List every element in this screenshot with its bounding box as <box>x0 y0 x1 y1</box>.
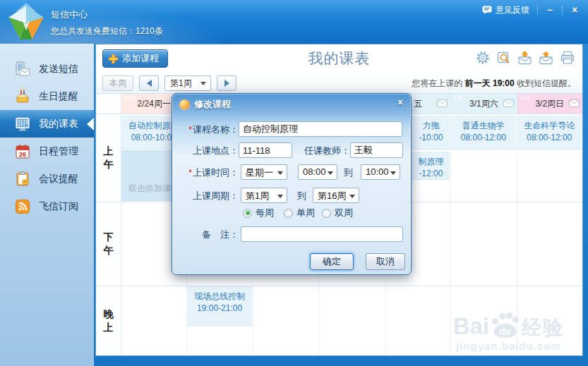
birthday-icon <box>14 88 31 105</box>
envelope-icon[interactable] <box>503 99 514 107</box>
minimize-button[interactable]: – <box>539 4 560 16</box>
period-label-afternoon: 下午 <box>96 202 121 286</box>
remark-label: 备 注： <box>175 228 239 241</box>
corner-cell <box>96 94 121 114</box>
radio-icon <box>322 209 331 218</box>
sidebar-item-label: 日程管理 <box>39 145 78 158</box>
week-select[interactable]: 第1周 <box>164 75 211 91</box>
export-icon[interactable] <box>539 51 553 65</box>
baidu-jingyan-watermark: Bai du 经验 jingyan.baidu.com <box>453 312 564 352</box>
week-nav: 本周 第1周 您将在上课的 前一天 19:00 收到短信提醒。 <box>96 73 582 94</box>
start-week-select[interactable]: 第1周 <box>241 188 287 203</box>
sms-icon <box>14 61 31 78</box>
dialog-title: 修改课程 <box>179 98 231 111</box>
balloon-icon <box>179 99 190 110</box>
paw-icon: du <box>491 312 520 338</box>
cell-wed-eve[interactable] <box>253 286 319 355</box>
rss-icon <box>14 198 31 215</box>
sidebar-item-label: 我的课表 <box>39 118 78 130</box>
badge-26: 26 <box>19 150 26 157</box>
to-label: 到 <box>297 190 306 202</box>
cell-sun-am[interactable]: 生命科学导论 08:00-12:00 <box>517 114 582 202</box>
sidebar: 发送短信 生日提醒 <box>0 44 94 366</box>
envelope-icon[interactable] <box>437 99 448 107</box>
envelope-icon[interactable] <box>569 99 580 107</box>
app-window: 短信中心 您总共发送免费短信：1210条 意见反馈 – × <box>0 0 588 366</box>
sidebar-item-label: 会议提醒 <box>39 173 78 185</box>
cell-sun-pm[interactable] <box>517 202 582 286</box>
cancel-button[interactable]: 取消 <box>366 253 405 270</box>
this-week-button[interactable]: 本周 <box>102 75 133 91</box>
cell-thu-eve[interactable] <box>319 286 385 355</box>
edit-course-dialog: 修改课程 × *课程名称： 上课地点： 任课教师： *上课时间： 星期一 08:… <box>172 93 412 275</box>
divider <box>537 5 538 15</box>
add-course-button[interactable]: 添加课程 <box>102 49 168 68</box>
teacher-input[interactable] <box>350 142 403 158</box>
titlebar: 短信中心 您总共发送免费短信：1210条 意见反馈 – × <box>0 0 588 44</box>
sidebar-item-send-sms[interactable]: 发送短信 <box>0 55 94 83</box>
calendar-icon: 26 <box>14 143 31 160</box>
chevron-right-icon <box>224 80 229 87</box>
course-name-input[interactable] <box>239 121 402 137</box>
location-label: 上课地点： <box>175 145 239 157</box>
cell-sat-pm[interactable] <box>451 202 517 286</box>
cell-sat-am[interactable]: 普通生物学 08:00-12:00 <box>451 114 517 202</box>
divider <box>562 5 563 15</box>
feedback-label: 意见反馈 <box>496 4 529 16</box>
prev-week-button[interactable] <box>139 75 159 91</box>
end-time-select[interactable]: 10:00 <box>361 164 400 180</box>
chevron-left-icon <box>147 80 152 87</box>
cell-mon-eve[interactable] <box>121 286 187 355</box>
preview-icon[interactable] <box>497 51 511 65</box>
day-header-sun: Sun 3/2周日 <box>517 94 582 114</box>
course-block[interactable]: 普通生物学 08:00-12:00 <box>451 116 515 150</box>
settings-icon[interactable] <box>475 51 491 65</box>
feedback-button[interactable]: 意见反馈 <box>476 4 536 16</box>
period-label-evening: 晚上 <box>96 286 121 355</box>
sidebar-item-label: 生日提醒 <box>39 90 78 103</box>
sidebar-item-label: 飞信订阅 <box>39 200 78 213</box>
sms-count-text: 您总共发送免费短信：1210条 <box>51 25 163 37</box>
location-input[interactable] <box>239 142 292 158</box>
period-label: 上课周期： <box>175 190 239 202</box>
weekday-select[interactable]: 星期一 <box>241 164 287 180</box>
reminder-text: 您将在上课的 前一天 19:00 收到短信提醒。 <box>412 78 576 90</box>
day-header-sat: Sat 3/1周六 <box>451 94 517 114</box>
cell-fri-eve[interactable] <box>385 286 451 355</box>
sidebar-item-meeting[interactable]: 会议提醒 <box>0 165 94 193</box>
cell-tue-eve[interactable]: 现场总线控制 19:00-21:00 <box>187 286 253 355</box>
remark-input[interactable] <box>241 226 403 242</box>
period-label-morning: 上午 <box>96 114 121 202</box>
sidebar-item-label: 发送短信 <box>39 63 78 75</box>
radio-odd-week[interactable]: 单周 <box>284 207 315 219</box>
radio-every-week[interactable]: 每周 <box>243 207 274 219</box>
import-icon[interactable] <box>517 51 532 65</box>
radio-even-week[interactable]: 双周 <box>322 207 353 219</box>
course-block[interactable]: 生命科学导论 08:00-12:00 <box>517 116 582 150</box>
sidebar-item-agenda[interactable]: 26 日程管理 <box>0 138 94 165</box>
class-time-label: *上课时间： <box>175 166 239 179</box>
teacher-label: 任课教师： <box>296 145 350 157</box>
course-block[interactable]: 现场总线控制 19:00-21:00 <box>187 286 251 326</box>
sidebar-item-subscribe[interactable]: 飞信订阅 <box>0 193 94 220</box>
speech-bubble-icon <box>482 6 492 15</box>
add-course-label: 添加课程 <box>122 52 159 65</box>
ok-button[interactable]: 确定 <box>310 253 354 270</box>
next-week-button[interactable] <box>217 75 236 91</box>
radio-icon <box>284 209 293 218</box>
app-logo-icon <box>4 1 48 42</box>
radio-selected-icon <box>243 209 252 218</box>
dialog-close-button[interactable]: × <box>397 97 403 108</box>
plus-icon <box>109 54 118 63</box>
print-icon[interactable] <box>560 51 575 65</box>
end-week-select[interactable]: 第16周 <box>313 188 359 203</box>
panel-header: 我的课表 添加课程 <box>96 44 582 74</box>
close-button[interactable]: × <box>564 4 585 16</box>
watermark-url: jingyan.baidu.com <box>453 340 564 352</box>
to-label: 到 <box>344 166 353 179</box>
app-title: 短信中心 <box>51 8 88 21</box>
sidebar-item-birthday[interactable]: 生日提醒 <box>0 83 94 110</box>
start-time-select[interactable]: 08:00 <box>298 164 337 180</box>
sidebar-item-timetable[interactable]: 我的课表 <box>0 110 94 138</box>
course-name-label: *课程名称： <box>175 123 239 136</box>
